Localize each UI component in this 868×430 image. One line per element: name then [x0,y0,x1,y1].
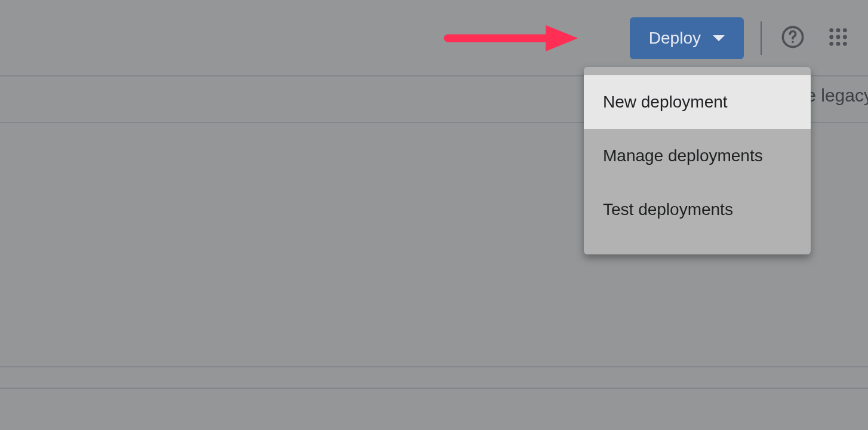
help-icon [781,25,805,51]
svg-point-8 [829,42,833,46]
menu-item-test-deployments[interactable]: Test deployments [584,183,811,236]
deploy-button[interactable]: Deploy [630,17,744,59]
divider [0,366,868,367]
legacy-banner-fragment: e legacy [806,85,868,106]
deploy-menu: New deployment Manage deployments Test d… [584,67,811,254]
toolbar: Deploy [0,0,868,76]
deploy-button-label: Deploy [649,29,701,48]
menu-item-new-deployment[interactable]: New deployment [584,75,811,129]
svg-point-1 [792,41,794,44]
menu-item-manage-deployments[interactable]: Manage deployments [584,129,811,183]
menu-item-label: New deployment [603,93,728,112]
menu-item-label: Test deployments [603,200,733,219]
svg-point-4 [843,28,847,32]
menu-item-label: Manage deployments [603,146,763,165]
apps-grid-icon [828,27,848,50]
svg-point-5 [829,35,833,39]
help-button[interactable] [778,24,807,53]
toolbar-separator [761,22,762,55]
divider [0,388,868,389]
svg-point-2 [829,28,833,32]
svg-point-9 [836,42,841,46]
svg-point-3 [836,28,841,32]
svg-point-10 [843,42,847,46]
svg-point-6 [836,35,841,39]
apps-button[interactable] [824,24,852,53]
chevron-down-icon [713,35,725,41]
svg-point-7 [843,35,847,39]
